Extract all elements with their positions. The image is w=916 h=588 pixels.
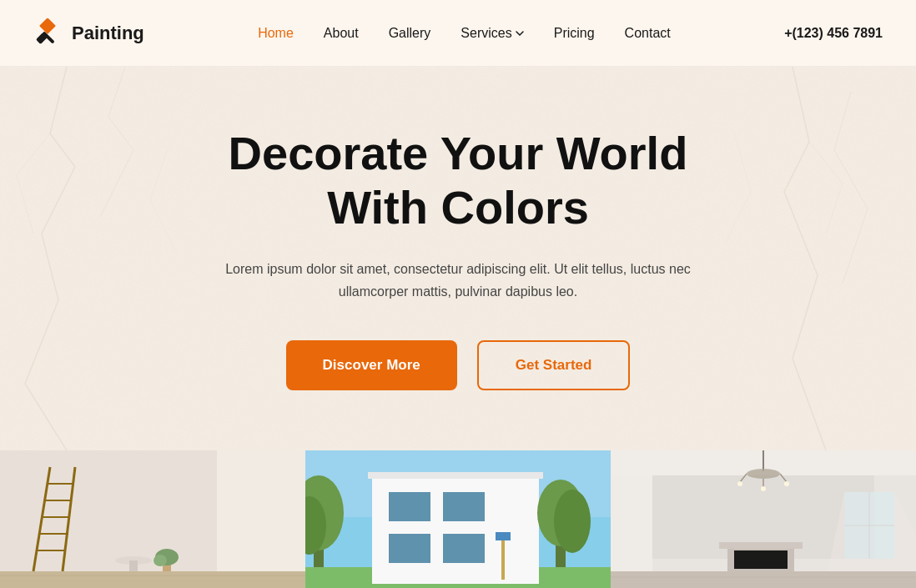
nav-link-contact[interactable]: Contact xyxy=(625,26,671,40)
hero-section: Decorate Your World With Colors Lorem ip… xyxy=(0,67,916,450)
svg-point-33 xyxy=(554,490,591,553)
get-started-button[interactable]: Get Started xyxy=(477,340,631,390)
hero-title: Decorate Your World With Colors xyxy=(229,127,688,234)
phone-number: +(123) 456 7891 xyxy=(784,26,883,41)
gallery-strip xyxy=(0,450,916,588)
nav-item-gallery[interactable]: Gallery xyxy=(389,26,431,41)
nav-item-contact[interactable]: Contact xyxy=(625,26,671,41)
nav-item-services[interactable]: Services xyxy=(461,26,523,41)
nav-link-services[interactable]: Services xyxy=(461,26,523,41)
nav-link-home[interactable]: Home xyxy=(258,26,294,40)
svg-rect-40 xyxy=(611,571,916,588)
svg-rect-0 xyxy=(39,18,56,34)
nav-link-about[interactable]: About xyxy=(324,26,359,40)
svg-rect-27 xyxy=(443,534,485,563)
hero-buttons: Discover More Get Started xyxy=(286,340,631,390)
svg-rect-25 xyxy=(443,492,485,521)
svg-rect-57 xyxy=(719,542,803,549)
svg-rect-36 xyxy=(368,472,543,479)
svg-point-52 xyxy=(784,481,789,486)
nav-item-home[interactable]: Home xyxy=(258,26,294,41)
gallery-item-1[interactable] xyxy=(0,450,305,588)
discover-more-button[interactable]: Discover More xyxy=(286,340,457,390)
gallery-image-3 xyxy=(611,450,916,588)
svg-rect-24 xyxy=(389,492,430,521)
svg-point-47 xyxy=(747,469,780,479)
svg-rect-56 xyxy=(734,550,788,569)
svg-rect-5 xyxy=(0,571,305,588)
navbar: Painting Home About Gallery Services Pri… xyxy=(0,0,916,67)
svg-rect-4 xyxy=(217,450,305,588)
hero-subtitle: Lorem ipsum dolor sit amet, consectetur … xyxy=(216,258,700,303)
chevron-down-icon xyxy=(516,31,524,36)
gallery-image-1 xyxy=(0,450,305,588)
svg-point-19 xyxy=(154,555,167,566)
nav-item-about[interactable]: About xyxy=(324,26,359,41)
svg-rect-34 xyxy=(501,534,505,580)
gallery-item-3[interactable] xyxy=(611,450,916,588)
nav-links: Home About Gallery Services Pricing Cont… xyxy=(258,26,671,41)
logo-text: Painting xyxy=(72,23,144,44)
logo-icon xyxy=(33,18,63,48)
svg-rect-54 xyxy=(611,475,652,571)
nav-link-pricing[interactable]: Pricing xyxy=(554,26,595,40)
nav-link-gallery[interactable]: Gallery xyxy=(389,26,431,40)
gallery-item-2[interactable] xyxy=(305,450,611,588)
gallery-image-2 xyxy=(305,450,611,588)
svg-rect-23 xyxy=(372,475,539,584)
svg-point-51 xyxy=(737,481,742,486)
svg-rect-26 xyxy=(389,534,430,563)
svg-rect-16 xyxy=(129,560,138,571)
svg-rect-35 xyxy=(496,532,511,540)
nav-item-pricing[interactable]: Pricing xyxy=(554,26,595,41)
svg-point-53 xyxy=(761,486,766,491)
logo[interactable]: Painting xyxy=(33,18,144,48)
